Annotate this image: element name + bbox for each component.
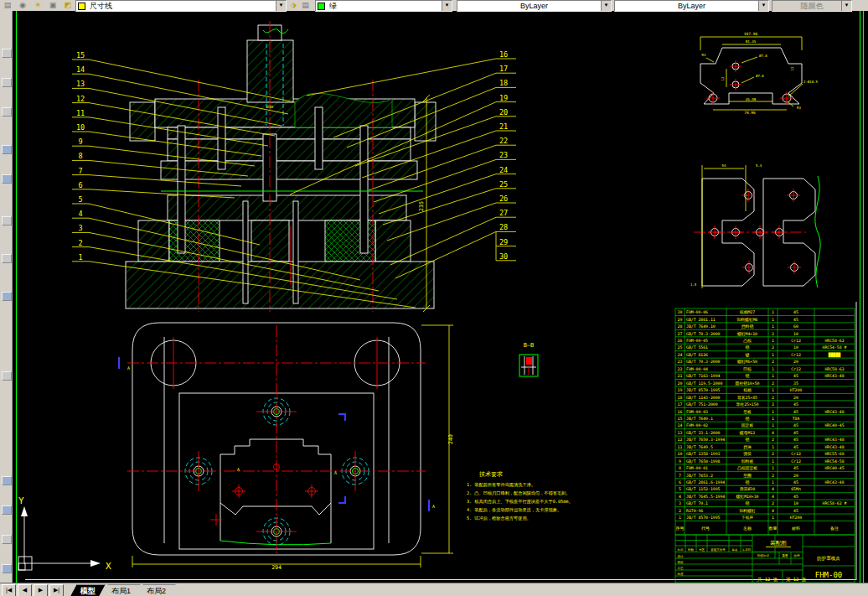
table-cell: Cr12 — [791, 339, 801, 343]
table-cell: 2 — [772, 474, 774, 478]
table-cell: JB/T 7649.10 — [686, 324, 716, 329]
dropdown-arrow-icon[interactable]: ▼ — [601, 1, 611, 11]
table-cell: GB/T 5561 — [686, 345, 708, 350]
section-mark: A — [334, 470, 337, 475]
table-cell: 23 — [678, 360, 683, 364]
table-cell: 4 — [772, 495, 774, 499]
tab-layout2[interactable]: 布局2 — [137, 584, 176, 596]
layer-freeze-icon[interactable]: ▣ — [46, 0, 59, 10]
linetype-control-dropdown[interactable]: ByLayer ▼ — [457, 0, 612, 12]
table-cell: 45 — [793, 431, 798, 435]
table-cell: FHM-00-05 — [686, 339, 708, 343]
drawing-canvas[interactable]: 235 Ø30 151413121110987654321 1617181920… — [0, 0, 868, 596]
shank — [247, 40, 293, 102]
table-cell: 45 — [793, 480, 798, 485]
layer-color-icon[interactable]: ◩ — [61, 0, 75, 10]
dim-strip: 1.5 — [690, 282, 697, 287]
section-bb-label: B—B — [524, 342, 535, 349]
table-cell: 凹模 — [743, 367, 752, 371]
table-cell: 21 — [678, 374, 683, 378]
table-cell: 1 — [772, 459, 774, 464]
table-cell: 45 — [793, 423, 798, 428]
left-toolbar-button[interactable] — [2, 174, 12, 184]
prev-tab-button[interactable]: ◀ — [18, 584, 32, 596]
layer-state-icon[interactable]: ◉ — [16, 0, 29, 10]
table-cell: GB/T 7163-1994 — [686, 374, 721, 378]
table-header-cell: 序号 — [676, 526, 685, 531]
dropdown-arrow-icon[interactable]: ▼ — [442, 1, 452, 11]
tab-layout1[interactable]: 布局1 — [101, 584, 141, 596]
table-cell: Cr12 — [791, 353, 801, 357]
left-toolbar-button[interactable] — [2, 564, 12, 573]
layer-previous-icon[interactable]: ▤ — [300, 0, 311, 10]
callout-number: 3 — [78, 224, 82, 232]
dropdown-arrow-icon[interactable]: ▼ — [758, 1, 768, 11]
table-cell: 20 — [678, 381, 683, 386]
table-cell: 24 — [678, 353, 683, 357]
layer-control-dropdown[interactable]: 尺寸线 ▼ — [75, 0, 287, 12]
callout-number: 8 — [78, 152, 82, 160]
left-toolbar-button[interactable] — [2, 49, 12, 58]
note-line: 1. 装配前所有零件均需清洗干净。 — [467, 482, 535, 488]
current-linetype-label: ByLayer — [457, 2, 611, 10]
left-toolbar-button[interactable] — [2, 292, 12, 301]
table-cell: 4 — [772, 431, 774, 435]
dim-plan-height: 240 — [447, 434, 454, 444]
table-cell: 45 — [793, 509, 798, 513]
dim-detail: 12 — [790, 66, 794, 70]
table-cell: 45 — [793, 402, 798, 407]
callout-number: 9 — [78, 137, 82, 146]
left-toolbar-button[interactable] — [2, 107, 12, 117]
dim-detail: 107.96 — [744, 32, 758, 36]
table-cell: 27 — [678, 332, 683, 336]
sun-icon[interactable]: ☀ — [31, 0, 44, 10]
table-cell: GB/T 70.3-2000 — [686, 360, 721, 364]
last-tab-button[interactable]: ▶| — [49, 584, 64, 596]
left-toolbar-button[interactable] — [2, 216, 12, 225]
layers-stack-icon[interactable]: ▤ — [1, 0, 14, 10]
note-line: 4. 装配后，各活动部件运动灵活，无卡滞现象。 — [467, 507, 561, 513]
product-name: 防护罩模具 — [817, 556, 840, 562]
table-cell: 7 — [679, 474, 681, 478]
table-cell: 12 — [678, 438, 683, 442]
table-cell: HRC58-62 # — [823, 501, 847, 505]
left-toolbar-button[interactable] — [2, 535, 12, 544]
table-cell: HT200 — [790, 516, 803, 520]
left-toolbar-button[interactable] — [2, 371, 12, 381]
table-cell: 26 — [678, 339, 683, 343]
left-toolbar-button[interactable] — [2, 254, 12, 263]
tab-model[interactable]: 模型 — [70, 584, 106, 596]
table-cell: 弹簧 — [743, 451, 752, 457]
cad-application-window: 235 Ø30 151413121110987654321 1617181920… — [0, 0, 868, 596]
table-cell: GB/T 2861.11 — [686, 318, 716, 322]
left-toolbar-button[interactable] — [2, 145, 12, 154]
color-control-dropdown[interactable]: 绿 ▼ — [315, 0, 452, 12]
titleblock-label: 设计 — [678, 554, 685, 558]
callout-number: 15 — [76, 51, 85, 60]
first-tab-button[interactable]: |◀ — [2, 584, 16, 596]
table-cell: 20 — [793, 396, 798, 400]
left-toolbar-button[interactable] — [2, 505, 12, 515]
table-cell: 6 — [679, 480, 681, 485]
dim-detail: 74.96 — [744, 111, 756, 115]
titleblock-label: 更改文件号 — [710, 547, 726, 552]
next-tab-button[interactable]: ▶ — [34, 584, 48, 596]
table-cell: HRC43-48 — [824, 445, 844, 449]
table-cell: GB/T 70.1 — [686, 501, 708, 505]
table-cell: JB/T 7649.1 — [686, 417, 713, 421]
lineweight-control-dropdown[interactable]: ByLayer ▼ — [614, 0, 769, 12]
drawing-number: FHM-00 — [815, 571, 843, 579]
table-cell: 2 — [772, 396, 774, 400]
table-cell: 16 — [678, 410, 683, 414]
table-cell: 螺钉M10×30 — [736, 494, 759, 500]
table-cell: 下模座 — [741, 515, 754, 520]
current-color-label: 绿 — [328, 1, 337, 12]
dim-strip: 5.4 — [756, 163, 762, 168]
dropdown-arrow-icon[interactable]: ▼ — [276, 1, 286, 11]
table-cell: 65Mn — [791, 487, 801, 491]
left-toolbar-button[interactable] — [2, 78, 12, 87]
table-cell: 45 — [793, 374, 798, 378]
table-cell: JB/T 8570-1995 — [686, 516, 721, 520]
make-object-layer-current-icon[interactable]: ⬗ — [288, 0, 299, 10]
left-toolbar-button[interactable] — [2, 476, 12, 485]
